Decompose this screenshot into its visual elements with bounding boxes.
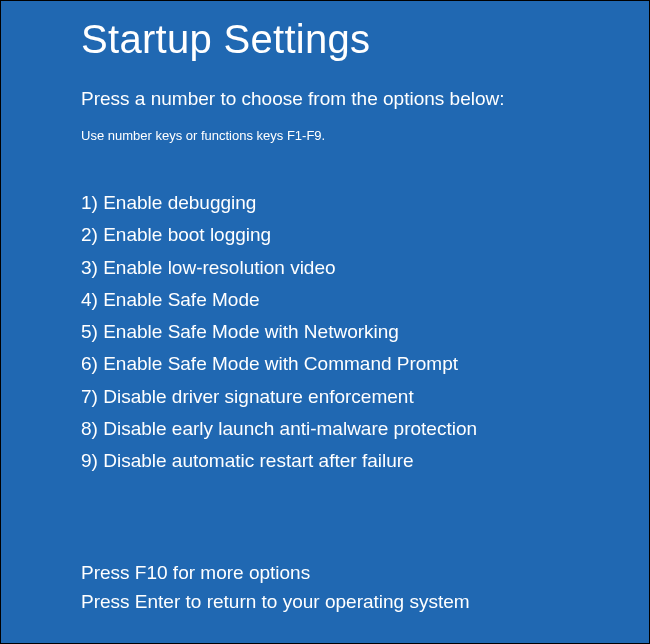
- option-item-2[interactable]: 2) Enable boot logging: [81, 219, 649, 251]
- option-label: Enable low-resolution video: [103, 257, 335, 278]
- option-number: 7: [81, 386, 92, 407]
- option-number: 5: [81, 321, 92, 342]
- option-label: Enable Safe Mode with Command Prompt: [103, 353, 458, 374]
- page-title: Startup Settings: [81, 17, 649, 62]
- option-item-5[interactable]: 5) Enable Safe Mode with Networking: [81, 316, 649, 348]
- option-label: Enable debugging: [103, 192, 256, 213]
- option-item-7[interactable]: 7) Disable driver signature enforcement: [81, 381, 649, 413]
- option-number: 8: [81, 418, 92, 439]
- option-number: 1: [81, 192, 92, 213]
- option-number: 3: [81, 257, 92, 278]
- option-label: Disable driver signature enforcement: [103, 386, 414, 407]
- option-label: Enable Safe Mode: [103, 289, 259, 310]
- option-item-9[interactable]: 9) Disable automatic restart after failu…: [81, 445, 649, 477]
- option-label: Disable early launch anti-malware protec…: [103, 418, 477, 439]
- options-list: 1) Enable debugging 2) Enable boot loggi…: [81, 187, 649, 478]
- hint-text: Use number keys or functions keys F1-F9.: [81, 128, 649, 143]
- option-number: 9: [81, 450, 92, 471]
- option-number: 4: [81, 289, 92, 310]
- option-item-6[interactable]: 6) Enable Safe Mode with Command Prompt: [81, 348, 649, 380]
- instruction-text: Press a number to choose from the option…: [81, 88, 649, 110]
- startup-settings-screen: Startup Settings Press a number to choos…: [1, 1, 649, 617]
- option-item-1[interactable]: 1) Enable debugging: [81, 187, 649, 219]
- option-number: 6: [81, 353, 92, 374]
- option-label: Enable Safe Mode with Networking: [103, 321, 399, 342]
- return-text: Press Enter to return to your operating …: [81, 587, 649, 616]
- option-item-8[interactable]: 8) Disable early launch anti-malware pro…: [81, 413, 649, 445]
- option-label: Enable boot logging: [103, 224, 271, 245]
- option-item-4[interactable]: 4) Enable Safe Mode: [81, 284, 649, 316]
- option-label: Disable automatic restart after failure: [103, 450, 413, 471]
- option-item-3[interactable]: 3) Enable low-resolution video: [81, 252, 649, 284]
- option-number: 2: [81, 224, 92, 245]
- more-options-text: Press F10 for more options: [81, 558, 649, 587]
